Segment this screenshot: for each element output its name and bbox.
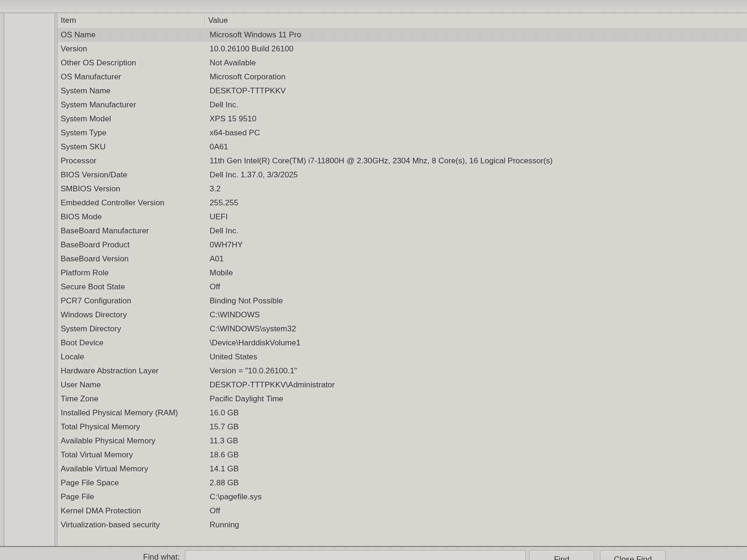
table-row[interactable]: Available Virtual Memory 14.1 GB bbox=[57, 462, 747, 476]
item-cell: Installed Physical Memory (RAM) bbox=[57, 408, 206, 418]
item-cell: OS Name bbox=[57, 30, 206, 40]
item-cell: Total Virtual Memory bbox=[57, 450, 206, 460]
value-cell: Microsoft Windows 11 Pro bbox=[206, 30, 747, 40]
value-cell: x64-based PC bbox=[206, 128, 747, 138]
item-cell: OS Manufacturer bbox=[57, 72, 206, 82]
table-row[interactable]: Available Physical Memory 11.3 GB bbox=[57, 434, 747, 448]
item-cell: Virtualization-based security bbox=[57, 520, 206, 530]
item-cell: Version bbox=[57, 44, 206, 54]
value-cell: Off bbox=[206, 506, 747, 516]
value-cell: Dell Inc. bbox=[206, 226, 747, 236]
table-row[interactable]: User Name DESKTOP-TTTPKKV\Administrator bbox=[57, 378, 747, 392]
table-row[interactable]: Boot Device \Device\HarddiskVolume1 bbox=[57, 336, 747, 350]
table-row[interactable]: System SKU 0A61 bbox=[57, 140, 747, 154]
item-cell: Windows Directory bbox=[57, 310, 206, 320]
table-row[interactable]: BaseBoard Version A01 bbox=[57, 252, 747, 266]
table-row[interactable]: SMBIOS Version 3.2 bbox=[57, 182, 747, 196]
table-row[interactable]: Other OS Description Not Available bbox=[57, 56, 747, 70]
table-row[interactable]: Secure Boot State Off bbox=[57, 280, 747, 294]
find-what-input[interactable] bbox=[185, 550, 526, 560]
item-cell: Hardware Abstraction Layer bbox=[57, 366, 206, 376]
item-cell: System Type bbox=[57, 128, 206, 138]
value-cell: 255.255 bbox=[206, 198, 747, 208]
system-summary-list-pane: Item Value OS Name Microsoft Windows 11 … bbox=[57, 13, 747, 546]
table-row[interactable]: System Manufacturer Dell Inc. bbox=[57, 98, 747, 112]
column-header-value[interactable]: Value bbox=[204, 15, 747, 26]
value-cell: C:\WINDOWS\system32 bbox=[206, 324, 747, 334]
table-row[interactable]: BaseBoard Manufacturer Dell Inc. bbox=[57, 224, 747, 238]
value-cell: 0A61 bbox=[206, 142, 747, 152]
item-cell: Secure Boot State bbox=[57, 282, 206, 292]
value-cell: Dell Inc. 1.37.0, 3/3/2025 bbox=[206, 170, 747, 180]
value-cell: 0WH7HY bbox=[206, 240, 747, 250]
column-header-item[interactable]: Item bbox=[57, 15, 204, 26]
table-row[interactable]: Time Zone Pacific Daylight Time bbox=[57, 392, 747, 406]
value-cell: United States bbox=[206, 352, 747, 362]
value-cell: 11th Gen Intel(R) Core(TM) i7-11800H @ 2… bbox=[206, 156, 747, 166]
table-row[interactable]: OS Name Microsoft Windows 11 Pro bbox=[57, 28, 747, 42]
item-cell: Total Physical Memory bbox=[57, 422, 206, 432]
item-cell: Time Zone bbox=[57, 394, 206, 404]
item-cell: System Manufacturer bbox=[57, 100, 206, 110]
item-cell: Locale bbox=[57, 352, 206, 362]
table-row[interactable]: System Name DESKTOP-TTTPKKV bbox=[57, 84, 747, 98]
table-row[interactable]: Embedded Controller Version 255.255 bbox=[57, 196, 747, 210]
table-row[interactable]: Virtualization-based security Running bbox=[57, 518, 747, 532]
item-cell: System Name bbox=[57, 86, 206, 96]
item-cell: User Name bbox=[57, 380, 206, 390]
table-row[interactable]: Processor 11th Gen Intel(R) Core(TM) i7-… bbox=[57, 154, 747, 168]
table-row[interactable]: System Directory C:\WINDOWS\system32 bbox=[57, 322, 747, 336]
window-top-strip bbox=[0, 0, 747, 13]
item-cell: BIOS Mode bbox=[57, 212, 206, 222]
close-find-button[interactable]: Close Find bbox=[600, 550, 666, 560]
table-row[interactable]: System Type x64-based PC bbox=[57, 126, 747, 140]
table-row[interactable]: Total Physical Memory 15.7 GB bbox=[57, 420, 747, 434]
table-row[interactable]: Platform Role Mobile bbox=[57, 266, 747, 280]
value-cell: Microsoft Corporation bbox=[206, 72, 747, 82]
value-cell: Not Available bbox=[206, 58, 747, 68]
value-cell: 15.7 GB bbox=[206, 422, 747, 432]
value-cell: 11.3 GB bbox=[206, 436, 747, 446]
table-row[interactable]: Total Virtual Memory 18.6 GB bbox=[57, 448, 747, 462]
table-row[interactable]: BIOS Version/Date Dell Inc. 1.37.0, 3/3/… bbox=[57, 168, 747, 182]
value-cell: Dell Inc. bbox=[206, 100, 747, 110]
item-cell: Available Virtual Memory bbox=[57, 464, 206, 474]
value-cell: C:\pagefile.sys bbox=[206, 492, 747, 502]
table-row[interactable]: Hardware Abstraction Layer Version = "10… bbox=[57, 364, 747, 378]
table-row[interactable]: Windows Directory C:\WINDOWS bbox=[57, 308, 747, 322]
item-cell: Kernel DMA Protection bbox=[57, 506, 206, 516]
item-cell: Available Physical Memory bbox=[57, 436, 206, 446]
table-row[interactable]: Kernel DMA Protection Off bbox=[57, 504, 747, 518]
value-cell: Running bbox=[206, 520, 747, 530]
table-row[interactable]: Version 10.0.26100 Build 26100 bbox=[57, 42, 747, 56]
table-row[interactable]: PCR7 Configuration Binding Not Possible bbox=[57, 294, 747, 308]
find-bar: Find what: Find Close Find bbox=[0, 546, 747, 560]
value-cell: 16.0 GB bbox=[206, 408, 747, 418]
table-row[interactable]: Locale United States bbox=[57, 350, 747, 364]
table-row[interactable]: System Model XPS 15 9510 bbox=[57, 112, 747, 126]
table-row[interactable]: BaseBoard Product 0WH7HY bbox=[57, 238, 747, 252]
value-cell: Version = "10.0.26100.1" bbox=[206, 366, 747, 376]
item-cell: Boot Device bbox=[57, 338, 206, 348]
value-cell: 14.1 GB bbox=[206, 464, 747, 474]
item-cell: BaseBoard Manufacturer bbox=[57, 226, 206, 236]
value-cell: Mobile bbox=[206, 268, 747, 278]
value-cell: A01 bbox=[206, 254, 747, 264]
table-row[interactable]: Installed Physical Memory (RAM) 16.0 GB bbox=[57, 406, 747, 420]
value-cell: \Device\HarddiskVolume1 bbox=[206, 338, 747, 348]
find-button[interactable]: Find bbox=[529, 550, 594, 560]
table-row[interactable]: Page File Space 2.88 GB bbox=[57, 476, 747, 490]
list-header: Item Value bbox=[57, 13, 747, 28]
table-row[interactable]: BIOS Mode UEFI bbox=[57, 210, 747, 224]
item-cell: Other OS Description bbox=[57, 58, 206, 68]
value-cell: Binding Not Possible bbox=[206, 296, 747, 306]
find-what-label: Find what: bbox=[93, 553, 180, 560]
value-cell: UEFI bbox=[206, 212, 747, 222]
table-row[interactable]: OS Manufacturer Microsoft Corporation bbox=[57, 70, 747, 84]
category-tree-pane[interactable] bbox=[4, 13, 55, 546]
item-cell: Platform Role bbox=[57, 268, 206, 278]
table-row[interactable]: Page File C:\pagefile.sys bbox=[57, 490, 747, 504]
item-cell: System SKU bbox=[57, 142, 206, 152]
value-cell: Pacific Daylight Time bbox=[206, 394, 747, 404]
value-cell: XPS 15 9510 bbox=[206, 114, 747, 124]
